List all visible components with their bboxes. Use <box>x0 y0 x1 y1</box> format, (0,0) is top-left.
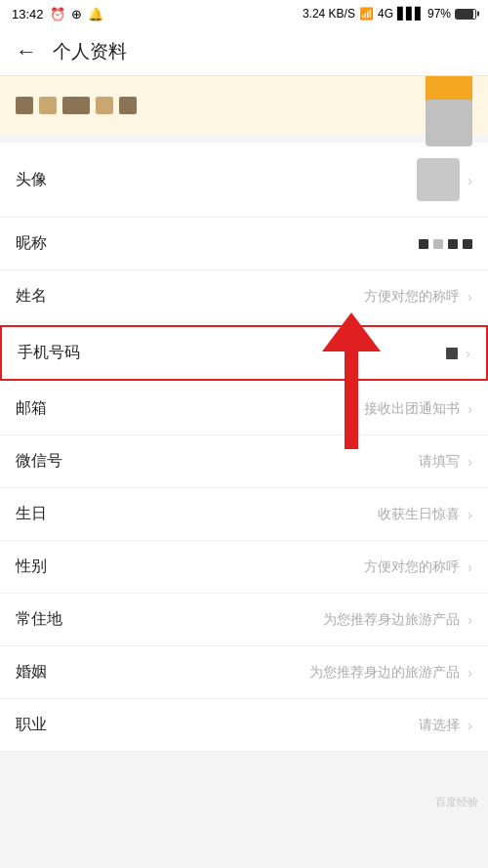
list-item-gender[interactable]: 性别 方便对您的称呼 › <box>0 541 488 594</box>
chevron-birthday: › <box>468 506 472 522</box>
banner-sq-1 <box>16 97 33 114</box>
email-hint: 接收出团通知书 <box>364 400 460 418</box>
profile-banner <box>0 76 488 135</box>
phone-masked-dot <box>446 348 458 359</box>
list-item-email[interactable]: 邮箱 接收出团通知书 › <box>0 383 488 435</box>
label-birthday: 生日 <box>16 504 47 524</box>
job-right: 请选择 › <box>419 717 472 734</box>
avatar-preview <box>426 100 472 146</box>
banner-sq-2 <box>39 97 57 114</box>
name-right: 方便对您的称呼 › <box>364 288 472 306</box>
list-item-name[interactable]: 姓名 方便对您的称呼 › <box>0 270 488 323</box>
status-right: 3.24 KB/S 📶 4G ▋▋▋ 97% <box>303 7 476 21</box>
nick-dot-4 <box>463 239 472 249</box>
status-bar: 13:42 ⏰ ⊕ 🔔 3.24 KB/S 📶 4G ▋▋▋ 97% <box>0 0 488 27</box>
avatar-thumbnail <box>417 158 460 201</box>
job-hint: 请选择 <box>419 717 460 734</box>
notification-icon: 🔔 <box>88 7 103 21</box>
gender-hint: 方便对您的称呼 <box>364 558 460 576</box>
banner-sq-4 <box>96 97 113 114</box>
chevron-marriage: › <box>468 664 472 681</box>
signal-4g: 4G <box>378 7 393 21</box>
list-item-location[interactable]: 常住地 为您推荐身边旅游产品 › <box>0 594 488 646</box>
gender-right: 方便对您的称呼 › <box>364 558 472 576</box>
name-hint: 方便对您的称呼 <box>364 288 460 306</box>
label-email: 邮箱 <box>16 398 47 419</box>
label-location: 常住地 <box>16 609 62 630</box>
list-item-nickname[interactable]: 昵称 <box>0 218 488 270</box>
label-phone: 手机号码 <box>18 343 80 363</box>
banner-sq-5 <box>119 97 137 114</box>
phone-value <box>446 348 458 359</box>
wifi-icon: 📶 <box>359 7 374 21</box>
label-name: 姓名 <box>16 286 47 307</box>
banner-sq-3 <box>62 97 90 114</box>
list-item-wechat[interactable]: 微信号 请填写 › <box>0 435 488 488</box>
battery-icon <box>455 9 476 20</box>
list-item-avatar[interactable]: 头像 › <box>0 143 488 218</box>
nickname-dots <box>419 239 472 249</box>
nick-dot-2 <box>433 239 443 249</box>
battery-percent: 97% <box>427 7 451 21</box>
nick-dot-3 <box>448 239 458 249</box>
chevron-job: › <box>468 717 472 733</box>
chevron-email: › <box>468 400 472 417</box>
chevron-name: › <box>468 288 472 305</box>
label-marriage: 婚姻 <box>16 662 47 682</box>
header: ← 个人资料 <box>0 27 488 76</box>
email-right: 接收出团通知书 › <box>364 400 472 418</box>
chevron-avatar: › <box>468 172 472 188</box>
wechat-hint: 请填写 <box>419 453 460 471</box>
location-right: 为您推荐身边旅游产品 › <box>323 611 472 629</box>
marriage-right: 为您推荐身边的旅游产品 › <box>309 664 472 682</box>
chevron-phone: › <box>466 345 470 361</box>
chevron-gender: › <box>468 558 472 575</box>
page-title: 个人资料 <box>53 39 127 64</box>
nick-dot-1 <box>419 239 428 249</box>
label-gender: 性别 <box>16 557 47 577</box>
avatar-right: › <box>417 158 472 201</box>
marriage-hint: 为您推荐身边的旅游产品 <box>309 664 460 682</box>
phone-right: › <box>446 345 470 361</box>
wechat-right: 请填写 › <box>419 453 472 471</box>
signal-bars: ▋▋▋ <box>397 7 424 21</box>
profile-list: 头像 › 昵称 姓名 方便对您的称呼 › 手机号码 <box>0 143 488 752</box>
list-item-marriage[interactable]: 婚姻 为您推荐身边的旅游产品 › <box>0 646 488 699</box>
list-item-birthday[interactable]: 生日 收获生日惊喜 › <box>0 488 488 541</box>
time-display: 13:42 <box>12 7 44 21</box>
status-left: 13:42 ⏰ ⊕ 🔔 <box>12 7 103 21</box>
chevron-location: › <box>468 611 472 628</box>
birthday-hint: 收获生日惊喜 <box>378 506 460 523</box>
list-item-job[interactable]: 职业 请选择 › <box>0 699 488 752</box>
back-button[interactable]: ← <box>16 41 37 62</box>
location-hint: 为您推荐身边旅游产品 <box>323 611 460 629</box>
network-speed: 3.24 KB/S <box>303 7 355 21</box>
list-item-phone[interactable]: 手机号码 › <box>0 325 488 381</box>
label-job: 职业 <box>16 715 47 735</box>
nickname-right <box>419 239 472 249</box>
label-avatar: 头像 <box>16 170 47 190</box>
alarm-icon: ⏰ <box>50 7 65 21</box>
chevron-wechat: › <box>468 453 472 470</box>
label-nickname: 昵称 <box>16 233 47 254</box>
banner-decoration <box>16 97 137 114</box>
watermark: 百度经验 <box>435 792 478 809</box>
label-wechat: 微信号 <box>16 451 62 472</box>
watermark-text: 百度经验 <box>435 796 478 807</box>
bluetooth-icon: ⊕ <box>71 7 82 21</box>
birthday-right: 收获生日惊喜 › <box>378 506 472 523</box>
